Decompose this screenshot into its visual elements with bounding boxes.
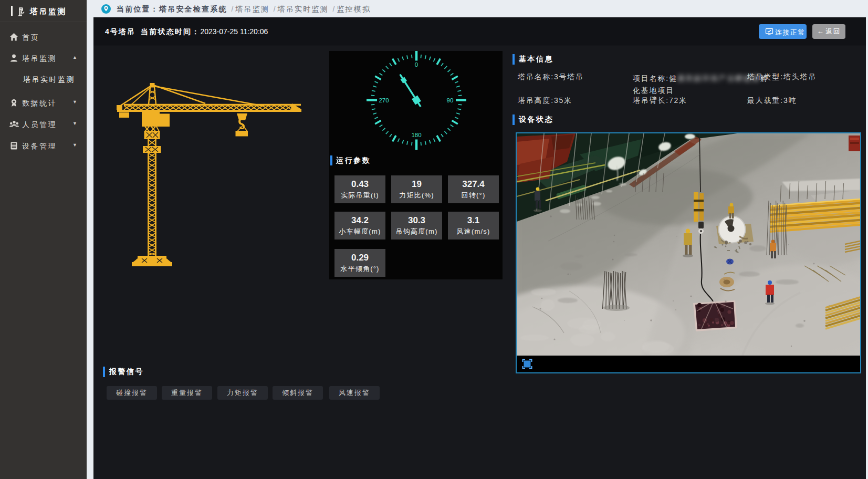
svg-text:90: 90 <box>447 97 454 103</box>
svg-text:0: 0 <box>415 61 418 68</box>
svg-text:180: 180 <box>411 132 421 138</box>
svg-text:270: 270 <box>379 97 389 103</box>
